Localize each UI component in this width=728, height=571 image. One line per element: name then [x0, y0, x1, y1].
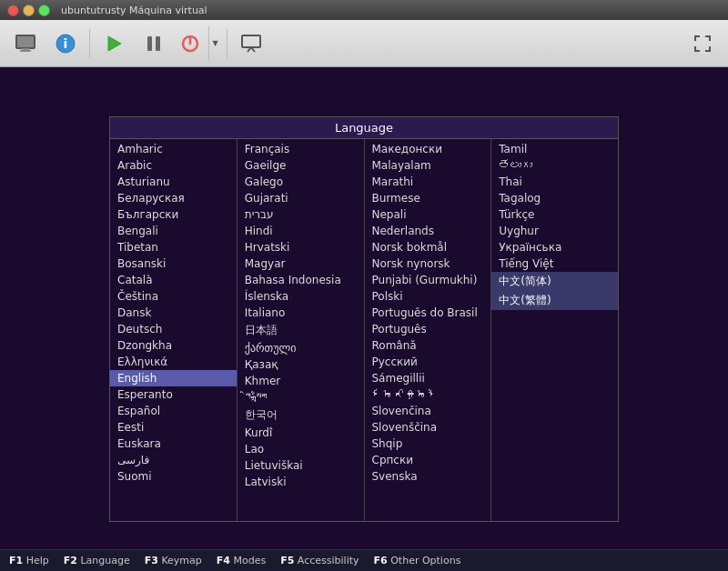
lang-bosanski[interactable]: Bosanski: [110, 255, 237, 272]
lang-punjabi[interactable]: Punjabi (Gurmukhi): [365, 272, 491, 288]
lang-italiano[interactable]: Italiano: [238, 305, 364, 321]
svg-rect-2: [20, 50, 31, 52]
lang-hebrew[interactable]: עברית: [238, 206, 364, 223]
lang-nepali[interactable]: Nepali: [365, 206, 491, 223]
lang-galego[interactable]: Galego: [238, 174, 364, 190]
lang-hindi[interactable]: Hindi: [238, 223, 364, 239]
lang-telugu[interactable]: తెలుగు: [491, 157, 618, 174]
lang-eesti[interactable]: Eesti: [110, 419, 237, 436]
lang-bulgarski[interactable]: Български: [110, 206, 237, 223]
lang-amharic[interactable]: Amharic: [110, 141, 237, 157]
play-button[interactable]: [96, 26, 132, 61]
lang-ellinika[interactable]: Ελληνικά: [110, 354, 237, 370]
lang-burmese[interactable]: Burmese: [365, 190, 491, 206]
lang-dansk[interactable]: Dansk: [110, 305, 237, 321]
lang-bengali[interactable]: Bengali: [110, 223, 237, 239]
lang-column-1: Amharic Arabic Asturianu Беларуская Бълг…: [110, 139, 238, 521]
minimize-button[interactable]: [23, 5, 35, 16]
lang-svenska[interactable]: Svenska: [365, 468, 491, 485]
status-f1[interactable]: F1 Help: [9, 555, 49, 566]
lang-kurdi[interactable]: Kurdî: [238, 425, 364, 441]
separator-1: [89, 29, 90, 58]
f6-key: F6: [374, 555, 388, 566]
lang-magyar[interactable]: Magyar: [238, 255, 364, 272]
lang-macedonian[interactable]: Македонски: [365, 141, 491, 157]
lang-lithuanian[interactable]: Lietuviškai: [238, 457, 364, 474]
close-button[interactable]: [7, 5, 19, 16]
lang-uyghur[interactable]: Uyghur: [491, 223, 618, 239]
pause-button[interactable]: [136, 26, 172, 61]
lang-bahasa-indonesia[interactable]: Bahasa Indonesia: [238, 272, 364, 288]
status-f2[interactable]: F2 Language: [64, 555, 130, 566]
lang-thai[interactable]: Thai: [491, 174, 618, 190]
lang-tamil[interactable]: Tamil: [491, 141, 618, 157]
lang-malayalam[interactable]: Malayalam: [365, 157, 491, 174]
lang-korean[interactable]: 한국어: [238, 406, 364, 425]
lang-arabic[interactable]: Arabic: [110, 157, 237, 174]
lang-portuguese-brasil[interactable]: Português do Brasil: [365, 305, 491, 321]
lang-asturianu[interactable]: Asturianu: [110, 174, 237, 190]
screen-button[interactable]: [7, 26, 44, 61]
lang-russian[interactable]: Русский: [365, 354, 491, 370]
lang-sami[interactable]: Sámegillii: [365, 370, 491, 386]
status-f3[interactable]: F3 Keymap: [145, 555, 202, 566]
lang-chinese-traditional[interactable]: 中文(繁體): [491, 291, 618, 310]
lang-farsi[interactable]: فارسی: [110, 452, 237, 468]
svg-rect-7: [156, 36, 160, 51]
lang-kazakh[interactable]: Қазақ: [238, 356, 364, 373]
lang-dzongkha2[interactable]: ཀི་སྒྲིག: [238, 389, 364, 406]
info-button[interactable]: i: [47, 26, 84, 61]
lang-francais[interactable]: Français: [238, 141, 364, 157]
lang-tibetan[interactable]: Tibetan: [110, 239, 237, 255]
lang-ukrainian[interactable]: Українська: [491, 239, 618, 255]
lang-japanese[interactable]: 日本語: [238, 321, 364, 340]
lang-belarusskaya[interactable]: Беларуская: [110, 190, 237, 206]
lang-gaeilge[interactable]: Gaeilge: [238, 157, 364, 174]
lang-slovenscina[interactable]: Slovenščina: [365, 419, 491, 436]
monitor-button[interactable]: [233, 26, 269, 61]
lang-polish[interactable]: Polski: [365, 288, 491, 305]
lang-dzongkha[interactable]: Dzongkha: [110, 337, 237, 354]
lang-norsk-nynorsk[interactable]: Norsk nynorsk: [365, 255, 491, 272]
lang-cestina[interactable]: Čeština: [110, 288, 237, 305]
lang-chinese-simplified[interactable]: 中文(简体): [491, 272, 618, 291]
language-list: Amharic Arabic Asturianu Беларуская Бълг…: [110, 139, 618, 521]
status-f4[interactable]: F4 Modes: [217, 555, 266, 566]
status-f5[interactable]: F5 Accessibility: [280, 555, 359, 566]
lang-islenska[interactable]: Íslenska: [238, 288, 364, 305]
lang-romanian[interactable]: Română: [365, 337, 491, 354]
lang-vietnamese[interactable]: Tiếng Việt: [491, 255, 618, 272]
lang-mongolian[interactable]: ᠮᠣᠩᠭᠣᠯ: [365, 386, 491, 403]
lang-euskara[interactable]: Euskara: [110, 436, 237, 452]
status-bar: F1 Help F2 Language F3 Keymap F4 Modes F…: [0, 549, 728, 571]
lang-dutch[interactable]: Nederlands: [365, 223, 491, 239]
lang-tagalog[interactable]: Tagalog: [491, 190, 618, 206]
lang-marathi[interactable]: Marathi: [365, 174, 491, 190]
lang-norsk-bokmal[interactable]: Norsk bokmål: [365, 239, 491, 255]
window-controls: [7, 5, 50, 16]
lang-suomi[interactable]: Suomi: [110, 468, 237, 485]
maximize-button[interactable]: [38, 5, 50, 16]
power-button[interactable]: [176, 26, 205, 61]
lang-slovencina[interactable]: Slovenčina: [365, 403, 491, 419]
power-dropdown-arrow[interactable]: ▼: [208, 26, 221, 61]
title-bar: ubuntutrusty Máquina virtual: [0, 0, 728, 20]
lang-srpski[interactable]: Српски: [365, 452, 491, 468]
f5-key: F5: [280, 555, 294, 566]
lang-shqip[interactable]: Shqip: [365, 436, 491, 452]
fullscreen-button[interactable]: [684, 26, 721, 61]
lang-lao[interactable]: Lao: [238, 441, 364, 457]
status-f6[interactable]: F6 Other Options: [374, 555, 461, 566]
lang-khmer[interactable]: Khmer: [238, 373, 364, 389]
lang-latvian[interactable]: Latviski: [238, 474, 364, 490]
lang-portuguese[interactable]: Português: [365, 321, 491, 337]
lang-gujarati[interactable]: Gujarati: [238, 190, 364, 206]
lang-georgian[interactable]: ქართული: [238, 340, 364, 356]
lang-hrvatski[interactable]: Hrvatski: [238, 239, 364, 255]
lang-turkce[interactable]: Türkçe: [491, 206, 618, 223]
lang-espanol[interactable]: Español: [110, 403, 237, 419]
lang-catala[interactable]: Català: [110, 272, 237, 288]
lang-english[interactable]: English: [110, 370, 237, 386]
lang-esperanto[interactable]: Esperanto: [110, 386, 237, 403]
lang-deutsch[interactable]: Deutsch: [110, 321, 237, 337]
